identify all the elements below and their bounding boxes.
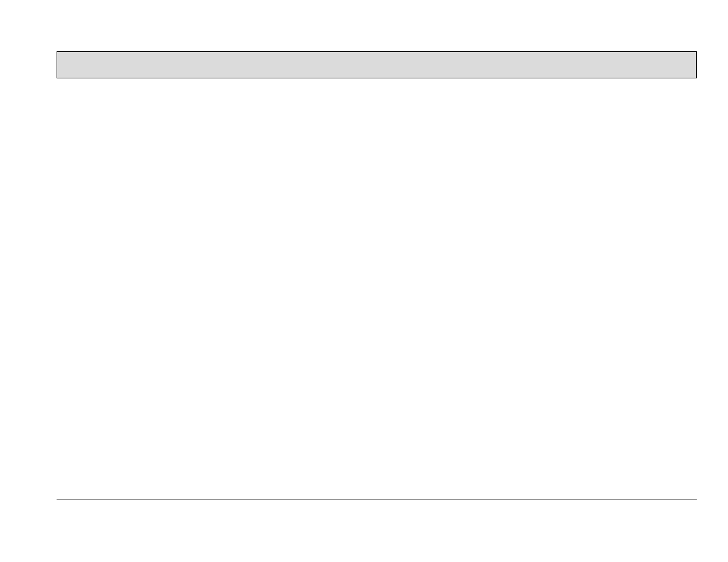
footer-divider — [57, 500, 697, 500]
header-panel — [57, 51, 697, 78]
